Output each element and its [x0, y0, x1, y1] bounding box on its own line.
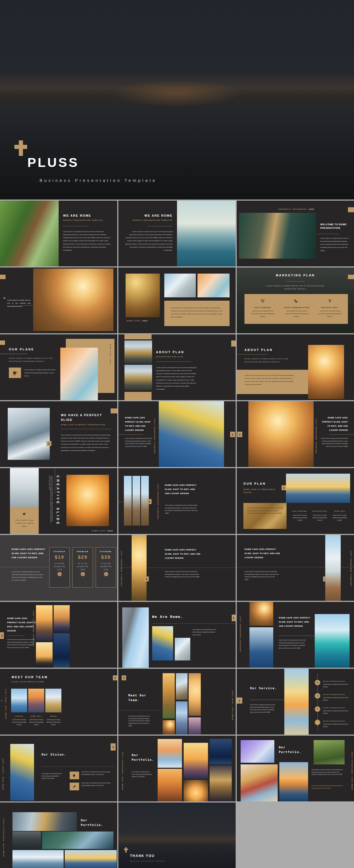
slide-15-our-plan[interactable]: OUR PLAN ROME FOOD AT UNBEATABLE PRICES.…	[237, 468, 354, 534]
feature-label: EASY SHOPING	[291, 510, 308, 513]
sunset-photo-2	[36, 642, 53, 668]
slide-17-tall-photo-left[interactable]: INDONESIA, PEKANBARU | 2019 ❯ ROME CAFE …	[118, 535, 236, 601]
slide-28-portfolio-rows[interactable]: ROME CAFE - PORTOFOLIO | 2019 Our Portfo…	[0, 803, 117, 868]
photo-caption: ROME CAFÉ |2019	[92, 530, 113, 532]
slide-body: Lorem Ipsum is simply dummy text of the …	[156, 366, 198, 391]
sailboat-photo	[152, 626, 173, 660]
plan-feature: ANIMATION	[50, 565, 69, 568]
slide-25-our-vision[interactable]: ROME CAFE - VISION | 2019 Our Vision. Lo…	[0, 736, 117, 801]
side-caption: INDONESIA, PEKANBARU | 2019	[239, 613, 241, 652]
slide-16-pricing[interactable]: ROME CAFE 100% PERFECT SLIDE, EASY TO ED…	[0, 535, 117, 601]
service-label: Good Communication	[323, 693, 346, 696]
next-arrow: ❯	[0, 632, 4, 639]
portfolio-photo-cliffs	[42, 832, 113, 849]
vision-item-body: Lorem Ipsum is simply dummy text of the …	[81, 771, 112, 776]
slide-06-marketing-plan[interactable]: MARKETING PLAN Lorem Ipsum is simply dum…	[237, 268, 354, 333]
slide-24-our-service[interactable]: ❯ Our Service. Lorem Ipsum is simply dum…	[237, 669, 354, 735]
portfolio-photo-beach	[158, 739, 182, 768]
portfolio-photo-crowd	[184, 780, 208, 801]
divider	[147, 226, 173, 226]
service-body: Lorem Ipsum is simply dummy text of the …	[323, 683, 350, 688]
slide-08-about-plan[interactable]: ABOUT PLAN DESCRIPTION OUR PLAN Lorem Ip…	[118, 334, 236, 400]
laptop-photo	[164, 274, 196, 297]
title-underline	[329, 434, 354, 435]
feature-label: CREATIVE IDEA	[311, 510, 329, 513]
slide-26-portfolio-collage[interactable]: ROME CAFE - PORTOFOLIO | 2019 Our Portfo…	[118, 736, 236, 801]
feature-body: Lorem Ipsum is simply printing and types…	[331, 514, 349, 522]
pricing-card-extreme[interactable]: EXTREME $39 30 SLIDE ANIMATION ICON ❯	[96, 547, 116, 588]
slide-body: Lorem Ipsum is simply dummy text of the …	[165, 504, 198, 515]
slide-11-luxury-design[interactable]: ROME CAFE 100% PERFECT SLIDE, EASY TO ED…	[118, 401, 236, 467]
plan-feature: 30 SLIDE	[96, 562, 116, 565]
slide-19-collage-sunsets[interactable]: ❯ ROME CAFE 100% PERFECT SLIDE, EASY TO …	[0, 602, 117, 668]
slide-29-thank-you[interactable]: THANK YOU Business Presentation Template	[118, 803, 236, 868]
title-underline	[118, 434, 143, 435]
divider	[156, 362, 191, 362]
slide-02-we-are-rome[interactable]: WE ARE ROME PERFECT PRESENTATION TEMPLAT…	[118, 200, 236, 267]
cross-line	[118, 710, 160, 711]
feature-body: Lorem Ipsum is simply dummy text of the …	[285, 310, 308, 318]
pricing-card-standar[interactable]: STANDAR $19 30 SLIDE ANIMATION ICON ❯	[49, 547, 70, 588]
member-body: Lorem Ipsum is simply printing and types…	[28, 718, 44, 726]
slide-title: Our Portfolio.	[279, 745, 309, 754]
car-photo	[249, 602, 273, 626]
quote-text: Lorem Ipsum is simply dummy text of the …	[7, 299, 30, 308]
plan-feature: ANIMATION	[73, 565, 93, 568]
chat-icon: ✉	[315, 680, 320, 685]
feature-body: Lorem Ipsum is simply dummy text of the …	[318, 310, 342, 318]
slide-07-our-plane[interactable]: OUR PLANE Lorem Ipsum is simply dummy te…	[0, 334, 117, 400]
portfolio-photo-laptop	[241, 740, 274, 763]
team-photo-1	[11, 689, 27, 712]
beach-sunset-photo	[284, 669, 308, 735]
pricing-card-premiem[interactable]: PREMIEM $29 30 SLIDE ANIMATION ICON ❯	[72, 547, 93, 588]
next-arrow: ❯	[144, 577, 149, 582]
next-arrow: ❯	[147, 499, 152, 504]
member-body: Lorem Ipsum is simply printing and types…	[46, 718, 61, 726]
side-caption: ROME CAFÉ - TEAM | 2019	[5, 685, 7, 718]
slide-03-welcome[interactable]: INDONESIA, PEKANBARU |2021 WELCOME TO RO…	[237, 200, 354, 267]
slide-20-we-are-rome[interactable]: We Are Rome. Lorem Ipsum is simply dummy…	[118, 602, 236, 668]
side-caption: INDONESIA, PEKANBARU | 2019	[154, 418, 155, 454]
car-photo	[308, 345, 344, 399]
sail-photo	[10, 744, 34, 801]
sunset-photo-1	[36, 605, 53, 641]
slide-21-two-photos[interactable]: INDONESIA, PEKANBARU | 2019 ROME CAFE 10…	[237, 602, 354, 668]
slide-10-perfect-slide[interactable]: ❯ WE HAVE A PERFECT SLIDE ROME CAFÉ IS P…	[0, 401, 117, 467]
slide-01-we-are-rome[interactable]: WE ARE ROME PERFECT PRESENTATION TEMPLAT…	[0, 200, 117, 267]
brand-subtitle: Business Presentation Template	[39, 178, 157, 183]
side-caption: ROME CAFE - PORTOFOLIO | 2019	[3, 815, 4, 857]
climber-photo	[122, 608, 149, 668]
slide-subtitle: DESCRIPTION OUR PLAN	[156, 355, 183, 359]
divider	[317, 234, 339, 234]
slide-title: ROME CAFE 100% PERFECT SLIDE, EASY TO ED…	[165, 548, 201, 560]
plan-feature: 30 SLIDE	[73, 562, 93, 565]
clear-water-boat-photo	[315, 614, 350, 668]
slide-04-quote[interactable]: ❝ Lorem Ipsum is simply dummy text of th…	[0, 268, 117, 333]
slide-18-tall-photo-right[interactable]: ROME CAFE 100% PERFECT SLIDE, EASY TO ED…	[237, 535, 354, 601]
portfolio-photo-runner	[184, 743, 208, 779]
slide-title: WE ARE ROME	[63, 213, 91, 218]
slide-body: Lorem Ipsum is simply dummy text of the …	[250, 704, 278, 714]
slide-22-meet-our-team[interactable]: MEET OUR TEAM PLACE YOUR SUBTITLE HERE R…	[0, 669, 117, 735]
slide-subtitle: ROME FOOD AT UNBEATABLE PRICES.	[243, 488, 279, 494]
slide-09-about-plan[interactable]: ABOUT PLAN Lorem Ipsum is simply dummy t…	[237, 334, 354, 400]
slide-05-photo-cards[interactable]: ROME CAFÉ |2021 Lorem Ipsum is simply du…	[118, 268, 236, 333]
plus-icon	[124, 847, 128, 852]
slide-23-team-collage[interactable]: ❯ Meet Our Team. Lorem Ipsum is simply d…	[118, 669, 236, 735]
empty-cell	[237, 803, 354, 868]
slide-subtitle: PERFECT PRESENTATION TEMPLATE	[124, 219, 173, 222]
slide-27-portfolio-grid[interactable]: Our Portfolio. Lorem Ipsum is simply dum…	[237, 736, 354, 801]
plan-arrow-icon: ❯	[104, 572, 108, 576]
portfolio-photo-clouds	[210, 739, 232, 764]
sunset-sail-photo	[286, 474, 350, 503]
slide-14-triptych[interactable]: ❯ INDONESIA, PEKANBARU | 2019 ROME CAFE …	[118, 468, 236, 534]
slide-13-creative-slide[interactable]: You need a cup coffee for good idea Lore…	[0, 468, 117, 534]
collage-photo-palm	[188, 717, 201, 735]
slide-12-luxury-design[interactable]: ❯ INDONESIA, PEKANBARU | 2019 ROME CAFE …	[237, 401, 354, 467]
car-forest-photo	[33, 269, 113, 331]
member-name: ARTHUR	[11, 715, 27, 718]
plan-arrow-icon: ❯	[58, 572, 62, 576]
slide-title: OUR PLAN	[243, 482, 266, 486]
slide-body: Lorem Ipsum is simply dummy text of the …	[244, 570, 279, 581]
slide-title: Our Service.	[250, 686, 281, 690]
